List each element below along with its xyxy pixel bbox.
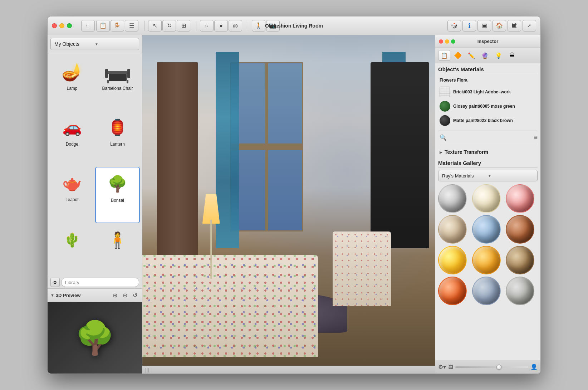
tab-materials[interactable]: 🔶: [452, 50, 464, 61]
eyedropper-icon[interactable]: 🔍: [438, 132, 448, 142]
preview-section: ▼ 3D Preview ⊕ ⊖ ↺ 🌳: [48, 288, 142, 374]
tab-lighting[interactable]: 💡: [493, 50, 505, 61]
object-item-bonsai[interactable]: 🌳 Bonsai: [95, 167, 140, 223]
toolbar-separator-2: [196, 21, 196, 31]
toolbar-separator-1: [144, 21, 144, 31]
furniture-button[interactable]: 🪑: [111, 20, 124, 31]
render-button[interactable]: ◎: [229, 20, 242, 31]
material-item-brick[interactable]: Brick/003 Light Adobe–work: [438, 85, 538, 99]
lamp-icon: 🪔: [56, 58, 88, 85]
group-tool-button[interactable]: ⊞: [177, 20, 190, 31]
back-button[interactable]: ←: [81, 20, 95, 31]
refresh-button[interactable]: ↺: [131, 291, 139, 299]
material-sphere-brown-texture[interactable]: [506, 246, 534, 274]
tab-render[interactable]: 🔮: [479, 50, 491, 61]
material-sphere-red-floral[interactable]: [506, 184, 534, 213]
barselona-chair-label: Barselona Chair: [102, 86, 133, 91]
brick-swatch: [440, 87, 450, 97]
object-item-lamp[interactable]: 🪔 Lamp: [50, 55, 94, 111]
object-item-lantern[interactable]: 🏮 Lantern: [95, 111, 140, 166]
objects-view-button[interactable]: 📋: [96, 20, 110, 31]
object-item-dodge[interactable]: 🚗 Dodge: [50, 111, 94, 166]
texture-transform-header[interactable]: ▶ Texture Transform: [438, 147, 538, 157]
material-item-glossy-green[interactable]: Glossy paint/6005 moss green: [438, 99, 538, 113]
close-button[interactable]: [52, 23, 57, 28]
matte-black-material-info: Matte paint/8022 black brown: [453, 118, 536, 123]
inspector-traffic-lights: [439, 39, 455, 44]
dice-button[interactable]: 🎲: [447, 20, 461, 31]
inspector-max-button[interactable]: [451, 39, 455, 44]
material-sphere-tan-floral[interactable]: [438, 215, 467, 244]
object-item-teapot[interactable]: 🫖 Teapot: [50, 167, 94, 223]
slider-thumb: [496, 365, 501, 370]
brick-material-name: Brick/003 Light Adobe–work: [453, 89, 536, 94]
3d-scene-area[interactable]: |||: [142, 35, 435, 374]
material-sphere-orange-mid[interactable]: [472, 246, 501, 274]
material-sphere-slate-blue[interactable]: [472, 277, 501, 305]
list-view-button[interactable]: ☰: [125, 20, 138, 31]
tv-cabinet: [371, 62, 429, 248]
maximize-button[interactable]: [67, 23, 72, 28]
library-search-input[interactable]: [61, 278, 139, 287]
material-sphere-orange-bright[interactable]: [438, 246, 467, 274]
building-button[interactable]: 🏛: [508, 20, 521, 31]
scene-bottom-bar: |||: [142, 366, 435, 374]
inspector-min-button[interactable]: [445, 39, 449, 44]
frame-icon: 🖼: [448, 364, 453, 370]
info-button[interactable]: ℹ: [462, 20, 476, 31]
materials-grid: [438, 184, 538, 305]
resize-handle-icon[interactable]: |||: [145, 367, 150, 372]
cursor-tool-button[interactable]: ↖: [148, 20, 162, 31]
figure-icon: 🧍: [102, 227, 134, 254]
window-title: Oldfashion Living Room: [265, 23, 323, 29]
opacity-slider[interactable]: [455, 366, 528, 368]
tab-edit[interactable]: ✏️: [465, 50, 477, 61]
window: [230, 62, 303, 231]
material-sphere-gray-stone[interactable]: [506, 277, 534, 305]
minimize-button[interactable]: [59, 23, 64, 28]
gallery-dropdown[interactable]: Ray's Materials ▼: [438, 170, 538, 181]
dodge-car-icon: 🚗: [56, 114, 88, 141]
tab-objects[interactable]: 📋: [438, 50, 450, 61]
inspector-footer: ⚙▾ 🖼 👤: [435, 360, 540, 374]
render-group: ○ ● ◎: [200, 20, 242, 31]
object-item-figure[interactable]: 🧍: [95, 224, 140, 274]
glossy-green-material-name: Glossy paint/6005 moss green: [453, 104, 536, 109]
preview-title: 3D Preview: [56, 293, 109, 298]
app-window: ← 📋 🪑 ☰ ↖ ↻ ⊞ ○ ● ◎ 🚶 📷: [47, 16, 541, 374]
expand-button[interactable]: ⤢: [523, 20, 536, 31]
material-sphere-cream-floral[interactable]: [472, 184, 501, 213]
zoom-out-button[interactable]: ⊖: [121, 291, 129, 299]
solid-button[interactable]: ●: [214, 20, 228, 31]
rotate-tool-button[interactable]: ↻: [162, 20, 176, 31]
window-frames: [231, 63, 302, 230]
material-sphere-blue-diamond[interactable]: [472, 215, 501, 244]
preview-toggle-icon[interactable]: ▼: [50, 293, 54, 297]
svg-rect-3: [127, 69, 130, 78]
material-sphere-rust-linen[interactable]: [506, 215, 534, 244]
armchair: [333, 231, 391, 306]
material-sphere-orange-dark[interactable]: [438, 277, 467, 305]
floor-lamp: [207, 194, 216, 279]
footer-gear-button[interactable]: ⚙▾: [438, 364, 446, 370]
panel-button[interactable]: ▣: [477, 20, 491, 31]
wire-button[interactable]: ○: [200, 20, 214, 31]
zoom-in-button[interactable]: ⊕: [111, 291, 119, 299]
objects-grid: 🪔 Lamp Barselona Chair: [48, 53, 142, 276]
material-sphere-gray-floral[interactable]: [438, 184, 467, 213]
object-item-barselona-chair[interactable]: Barselona Chair: [95, 55, 140, 111]
materials-gallery-section: Materials Gallery Ray's Materials ▼: [438, 160, 538, 305]
inspector-close-button[interactable]: [439, 39, 443, 44]
house-button[interactable]: 🏠: [493, 20, 506, 31]
main-content: My Objects ▼ 🪔 Lamp: [48, 35, 540, 374]
tab-building[interactable]: 🏛: [506, 50, 518, 61]
svg-rect-1: [109, 74, 127, 81]
bonsai-icon: 🌳: [102, 170, 134, 197]
settings-gear-button[interactable]: ⚙: [50, 278, 60, 287]
material-item-matte-black[interactable]: Matte paint/8022 black brown: [438, 113, 538, 128]
objects-dropdown[interactable]: My Objects ▼: [50, 38, 139, 50]
menu-icon[interactable]: ≡: [534, 134, 538, 141]
slider-container: 🖼 👤: [448, 364, 538, 370]
walk-button[interactable]: 🚶: [252, 20, 265, 31]
object-item-cactus[interactable]: 🌵: [50, 224, 94, 274]
